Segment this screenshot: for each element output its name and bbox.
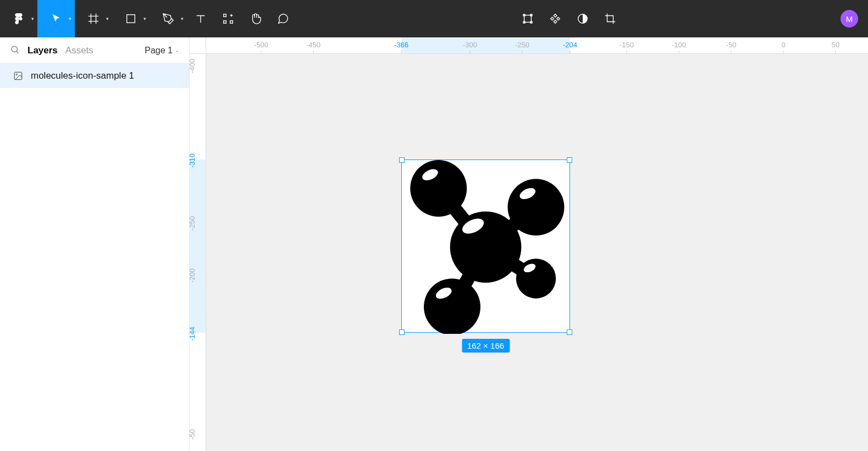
component-button[interactable]: [541, 0, 569, 37]
selection-box[interactable]: 162 × 166: [401, 160, 570, 333]
svg-point-18: [410, 160, 467, 217]
edit-object-button[interactable]: [514, 0, 541, 37]
tab-layers[interactable]: Layers: [27, 45, 58, 56]
text-tool-button[interactable]: [187, 0, 214, 37]
resize-handle-bl[interactable]: [399, 329, 405, 335]
chevron-down-icon: ⌄: [175, 47, 179, 53]
chevron-down-icon: ▾: [31, 16, 34, 21]
component-icon: [549, 13, 561, 25]
resources-tool-button[interactable]: [214, 0, 242, 37]
resize-handle-tl[interactable]: [399, 157, 405, 163]
mask-icon: [577, 13, 589, 25]
main-menu-button[interactable]: ▾: [0, 0, 37, 37]
layer-item-label: molecules-icon-sample 1: [31, 70, 134, 81]
svg-point-10: [12, 46, 18, 52]
top-toolbar: ▾ ▾ ▾ ▾ ▾: [0, 0, 868, 37]
hand-icon: [250, 13, 262, 25]
svg-rect-2: [224, 21, 226, 24]
chevron-down-icon: ▾: [181, 16, 184, 21]
layer-item[interactable]: molecules-icon-sample 1: [0, 64, 189, 88]
rectangle-icon: [125, 13, 137, 25]
cursor-icon: [50, 13, 62, 25]
crop-icon: [604, 13, 616, 25]
move-tool-button[interactable]: ▾: [37, 0, 75, 37]
frame-tool-button[interactable]: ▾: [75, 0, 112, 37]
svg-point-21: [424, 278, 480, 334]
image-icon: [13, 71, 23, 81]
comment-tool-button[interactable]: [269, 0, 297, 37]
chevron-down-icon: ▾: [106, 16, 109, 21]
ruler-vertical[interactable]: -400-310-250-200-144-50: [190, 54, 206, 451]
panel-header: Layers Assets Page 1 ⌄: [0, 37, 189, 64]
dimensions-badge: 162 × 166: [462, 339, 510, 353]
left-sidebar: Layers Assets Page 1 ⌄ molecules-icon-sa…: [0, 37, 190, 451]
svg-point-17: [450, 211, 522, 283]
svg-rect-3: [230, 21, 233, 24]
shape-tool-button[interactable]: ▾: [112, 0, 150, 37]
text-icon: [195, 13, 207, 25]
page-selector[interactable]: Page 1 ⌄: [145, 46, 179, 56]
svg-rect-4: [524, 15, 531, 23]
resize-handle-br[interactable]: [567, 329, 572, 335]
ruler-horizontal[interactable]: -500-450-366-300-250-204-150-100-50050: [206, 37, 868, 54]
pen-tool-button[interactable]: ▾: [150, 0, 187, 37]
molecule-image: [402, 160, 570, 334]
chevron-down-icon: ▾: [69, 16, 71, 21]
crop-button[interactable]: [596, 0, 624, 37]
canvas[interactable]: 162 × 166: [206, 54, 868, 451]
chevron-down-icon: ▾: [143, 16, 146, 21]
svg-point-12: [16, 74, 17, 75]
edit-object-icon: [522, 13, 534, 25]
mask-button[interactable]: [569, 0, 596, 37]
hand-tool-button[interactable]: [242, 0, 269, 37]
resources-icon: [222, 13, 234, 25]
tab-assets[interactable]: Assets: [65, 45, 93, 56]
comment-icon: [277, 13, 289, 25]
frame-icon: [87, 13, 99, 25]
user-avatar[interactable]: M: [841, 10, 858, 28]
search-icon[interactable]: [10, 45, 20, 57]
svg-point-19: [508, 179, 565, 235]
figma-logo-icon: [13, 13, 24, 25]
svg-point-20: [516, 258, 556, 298]
pen-icon: [162, 13, 174, 25]
resize-handle-tr[interactable]: [567, 157, 572, 163]
svg-rect-0: [127, 15, 135, 23]
ruler-corner: [190, 37, 206, 54]
page-selector-label: Page 1: [145, 46, 173, 56]
canvas-area: -500-450-366-300-250-204-150-100-50050 -…: [190, 37, 868, 451]
svg-rect-1: [224, 14, 226, 17]
